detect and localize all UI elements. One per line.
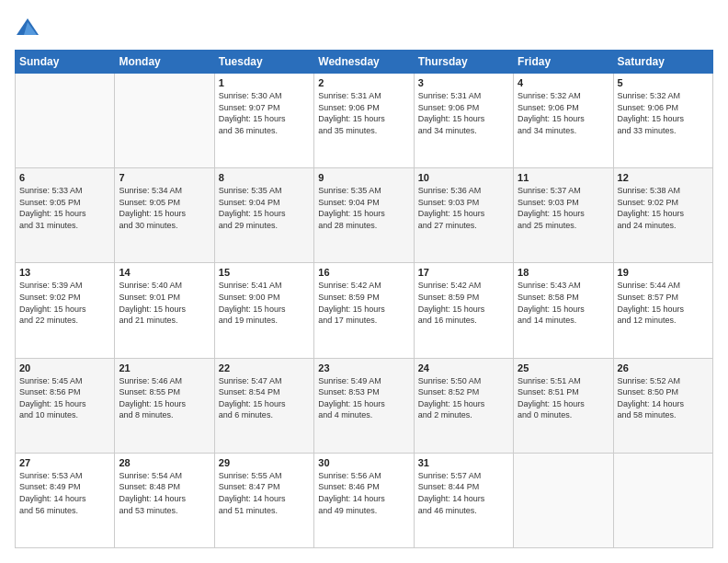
day-number: 29 xyxy=(219,457,310,468)
day-number: 12 xyxy=(618,172,709,183)
day-info: Sunrise: 5:53 AM Sunset: 8:49 PM Dayligh… xyxy=(19,470,110,516)
calendar-cell: 2Sunrise: 5:31 AM Sunset: 9:06 PM Daylig… xyxy=(314,74,414,168)
col-header-wednesday: Wednesday xyxy=(314,51,414,74)
calendar-cell: 23Sunrise: 5:49 AM Sunset: 8:53 PM Dayli… xyxy=(314,358,414,453)
calendar-cell: 7Sunrise: 5:34 AM Sunset: 9:05 PM Daylig… xyxy=(115,168,214,263)
day-number: 28 xyxy=(119,457,210,468)
week-row-2: 6Sunrise: 5:33 AM Sunset: 9:05 PM Daylig… xyxy=(16,168,713,263)
day-info: Sunrise: 5:55 AM Sunset: 8:47 PM Dayligh… xyxy=(219,470,310,516)
calendar-cell: 31Sunrise: 5:57 AM Sunset: 8:44 PM Dayli… xyxy=(414,453,513,547)
day-info: Sunrise: 5:51 AM Sunset: 8:51 PM Dayligh… xyxy=(518,375,609,421)
calendar-cell: 29Sunrise: 5:55 AM Sunset: 8:47 PM Dayli… xyxy=(214,453,313,547)
logo-icon xyxy=(15,15,40,40)
day-info: Sunrise: 5:33 AM Sunset: 9:05 PM Dayligh… xyxy=(19,185,110,231)
day-number: 25 xyxy=(518,362,609,373)
day-number: 9 xyxy=(318,172,409,183)
day-number: 27 xyxy=(19,457,110,468)
calendar-cell: 21Sunrise: 5:46 AM Sunset: 8:55 PM Dayli… xyxy=(115,358,214,453)
day-info: Sunrise: 5:36 AM Sunset: 9:03 PM Dayligh… xyxy=(418,185,509,231)
calendar-cell xyxy=(16,74,115,168)
day-info: Sunrise: 5:54 AM Sunset: 8:48 PM Dayligh… xyxy=(119,470,210,516)
day-number: 1 xyxy=(219,77,310,88)
day-number: 15 xyxy=(219,267,310,278)
day-info: Sunrise: 5:56 AM Sunset: 8:46 PM Dayligh… xyxy=(318,470,409,516)
calendar-cell: 25Sunrise: 5:51 AM Sunset: 8:51 PM Dayli… xyxy=(514,358,613,453)
col-header-friday: Friday xyxy=(514,51,613,74)
col-header-sunday: Sunday xyxy=(16,51,115,74)
day-number: 31 xyxy=(418,457,509,468)
calendar-cell: 14Sunrise: 5:40 AM Sunset: 9:01 PM Dayli… xyxy=(115,263,214,358)
calendar-cell: 18Sunrise: 5:43 AM Sunset: 8:58 PM Dayli… xyxy=(514,263,613,358)
day-number: 19 xyxy=(618,267,709,278)
calendar-cell: 12Sunrise: 5:38 AM Sunset: 9:02 PM Dayli… xyxy=(613,168,712,263)
day-info: Sunrise: 5:42 AM Sunset: 8:59 PM Dayligh… xyxy=(318,280,409,326)
calendar-cell: 24Sunrise: 5:50 AM Sunset: 8:52 PM Dayli… xyxy=(414,358,513,453)
calendar-cell: 22Sunrise: 5:47 AM Sunset: 8:54 PM Dayli… xyxy=(214,358,313,453)
day-number: 21 xyxy=(119,362,210,373)
calendar-cell: 4Sunrise: 5:32 AM Sunset: 9:06 PM Daylig… xyxy=(514,74,613,168)
day-info: Sunrise: 5:34 AM Sunset: 9:05 PM Dayligh… xyxy=(119,185,210,231)
day-info: Sunrise: 5:32 AM Sunset: 9:06 PM Dayligh… xyxy=(518,90,609,136)
calendar-cell: 17Sunrise: 5:42 AM Sunset: 8:59 PM Dayli… xyxy=(414,263,513,358)
day-info: Sunrise: 5:40 AM Sunset: 9:01 PM Dayligh… xyxy=(119,280,210,326)
logo xyxy=(15,15,44,40)
day-info: Sunrise: 5:52 AM Sunset: 8:50 PM Dayligh… xyxy=(618,375,709,421)
calendar-cell xyxy=(514,453,613,547)
day-info: Sunrise: 5:43 AM Sunset: 8:58 PM Dayligh… xyxy=(518,280,609,326)
calendar-cell xyxy=(115,74,214,168)
day-info: Sunrise: 5:32 AM Sunset: 9:06 PM Dayligh… xyxy=(618,90,709,136)
col-header-tuesday: Tuesday xyxy=(214,51,313,74)
week-row-4: 20Sunrise: 5:45 AM Sunset: 8:56 PM Dayli… xyxy=(16,358,713,453)
calendar-cell: 15Sunrise: 5:41 AM Sunset: 9:00 PM Dayli… xyxy=(214,263,313,358)
day-number: 20 xyxy=(19,362,110,373)
day-number: 23 xyxy=(318,362,409,373)
day-number: 8 xyxy=(219,172,310,183)
col-header-saturday: Saturday xyxy=(613,51,712,74)
day-info: Sunrise: 5:41 AM Sunset: 9:00 PM Dayligh… xyxy=(219,280,310,326)
day-number: 22 xyxy=(219,362,310,373)
day-info: Sunrise: 5:57 AM Sunset: 8:44 PM Dayligh… xyxy=(418,470,509,516)
day-info: Sunrise: 5:31 AM Sunset: 9:06 PM Dayligh… xyxy=(418,90,509,136)
header-row: SundayMondayTuesdayWednesdayThursdayFrid… xyxy=(16,51,713,74)
day-number: 17 xyxy=(418,267,509,278)
calendar-cell: 20Sunrise: 5:45 AM Sunset: 8:56 PM Dayli… xyxy=(16,358,115,453)
day-info: Sunrise: 5:38 AM Sunset: 9:02 PM Dayligh… xyxy=(618,185,709,231)
day-number: 4 xyxy=(518,77,609,88)
day-info: Sunrise: 5:30 AM Sunset: 9:07 PM Dayligh… xyxy=(219,90,310,136)
day-info: Sunrise: 5:37 AM Sunset: 9:03 PM Dayligh… xyxy=(518,185,609,231)
day-number: 2 xyxy=(318,77,409,88)
day-info: Sunrise: 5:35 AM Sunset: 9:04 PM Dayligh… xyxy=(318,185,409,231)
day-number: 11 xyxy=(518,172,609,183)
calendar-cell: 11Sunrise: 5:37 AM Sunset: 9:03 PM Dayli… xyxy=(514,168,613,263)
calendar-cell: 3Sunrise: 5:31 AM Sunset: 9:06 PM Daylig… xyxy=(414,74,513,168)
calendar-cell: 19Sunrise: 5:44 AM Sunset: 8:57 PM Dayli… xyxy=(613,263,712,358)
day-info: Sunrise: 5:47 AM Sunset: 8:54 PM Dayligh… xyxy=(219,375,310,421)
calendar-cell: 30Sunrise: 5:56 AM Sunset: 8:46 PM Dayli… xyxy=(314,453,414,547)
day-info: Sunrise: 5:31 AM Sunset: 9:06 PM Dayligh… xyxy=(318,90,409,136)
calendar-cell: 6Sunrise: 5:33 AM Sunset: 9:05 PM Daylig… xyxy=(16,168,115,263)
day-number: 6 xyxy=(19,172,110,183)
day-info: Sunrise: 5:44 AM Sunset: 8:57 PM Dayligh… xyxy=(618,280,709,326)
day-info: Sunrise: 5:39 AM Sunset: 9:02 PM Dayligh… xyxy=(19,280,110,326)
calendar-cell: 28Sunrise: 5:54 AM Sunset: 8:48 PM Dayli… xyxy=(115,453,214,547)
day-number: 18 xyxy=(518,267,609,278)
day-number: 13 xyxy=(19,267,110,278)
calendar-cell: 5Sunrise: 5:32 AM Sunset: 9:06 PM Daylig… xyxy=(613,74,712,168)
calendar-cell xyxy=(613,453,712,547)
col-header-monday: Monday xyxy=(115,51,214,74)
calendar-cell: 27Sunrise: 5:53 AM Sunset: 8:49 PM Dayli… xyxy=(16,453,115,547)
day-number: 26 xyxy=(618,362,709,373)
week-row-5: 27Sunrise: 5:53 AM Sunset: 8:49 PM Dayli… xyxy=(16,453,713,547)
calendar-cell: 9Sunrise: 5:35 AM Sunset: 9:04 PM Daylig… xyxy=(314,168,414,263)
calendar-cell: 1Sunrise: 5:30 AM Sunset: 9:07 PM Daylig… xyxy=(214,74,313,168)
day-number: 5 xyxy=(618,77,709,88)
day-number: 30 xyxy=(318,457,409,468)
calendar-cell: 16Sunrise: 5:42 AM Sunset: 8:59 PM Dayli… xyxy=(314,263,414,358)
day-info: Sunrise: 5:42 AM Sunset: 8:59 PM Dayligh… xyxy=(418,280,509,326)
calendar-table: SundayMondayTuesdayWednesdayThursdayFrid… xyxy=(15,50,713,548)
header xyxy=(15,15,713,40)
day-info: Sunrise: 5:45 AM Sunset: 8:56 PM Dayligh… xyxy=(19,375,110,421)
day-number: 14 xyxy=(119,267,210,278)
day-number: 24 xyxy=(418,362,509,373)
day-number: 3 xyxy=(418,77,509,88)
